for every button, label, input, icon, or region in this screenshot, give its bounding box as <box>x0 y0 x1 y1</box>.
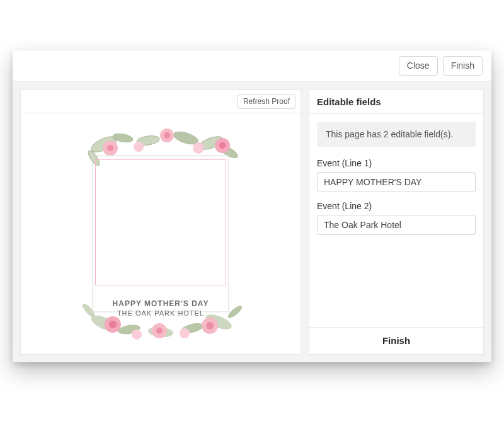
finish-button-bottom[interactable]: Finish <box>382 335 410 346</box>
editable-fields-column: Editable fields This page has 2 editable… <box>309 89 484 355</box>
field-input-line2[interactable] <box>317 215 476 235</box>
proof-caption: HAPPY MOTHER'S DAY THE OAK PARK HOTEL <box>79 299 243 317</box>
editable-fields-footer: Finish <box>309 328 484 355</box>
refresh-proof-button[interactable]: Refresh Proof <box>238 94 295 109</box>
editable-count-notice: This page has 2 editable field(s). <box>317 122 476 147</box>
close-button[interactable]: Close <box>399 56 438 76</box>
editable-fields-title: Editable fields <box>309 89 484 114</box>
workspace: Refresh Proof <box>13 82 491 362</box>
field-label-line1: Event (Line 1) <box>317 158 476 168</box>
editable-fields-body: This page has 2 editable field(s). Event… <box>309 114 484 328</box>
svg-point-8 <box>107 145 113 151</box>
editable-region-outline <box>95 159 226 285</box>
editor-panel: Close Finish Refresh Proof <box>13 50 491 362</box>
svg-point-28 <box>180 328 190 338</box>
proof-stage: HAPPY MOTHER'S DAY THE OAK PARK HOTEL <box>20 113 301 355</box>
svg-point-29 <box>132 329 142 340</box>
proof-column: Refresh Proof <box>20 89 301 355</box>
proof-toolbar: Refresh Proof <box>20 89 301 113</box>
svg-point-25 <box>156 328 163 334</box>
svg-point-23 <box>109 321 117 328</box>
field-label-line2: Event (Line 2) <box>317 201 476 211</box>
proof-caption-line2: THE OAK PARK HOTEL <box>79 309 243 317</box>
proof-caption-line1: HAPPY MOTHER'S DAY <box>79 299 243 308</box>
svg-point-27 <box>206 322 214 329</box>
svg-point-14 <box>193 142 204 154</box>
panel-header: Close Finish <box>13 50 491 82</box>
svg-point-12 <box>219 142 226 149</box>
field-input-line1[interactable] <box>317 172 476 192</box>
finish-button-top[interactable]: Finish <box>443 56 483 76</box>
svg-point-13 <box>134 142 144 152</box>
svg-point-10 <box>164 132 170 139</box>
proof-artboard: HAPPY MOTHER'S DAY THE OAK PARK HOTEL <box>79 127 243 341</box>
